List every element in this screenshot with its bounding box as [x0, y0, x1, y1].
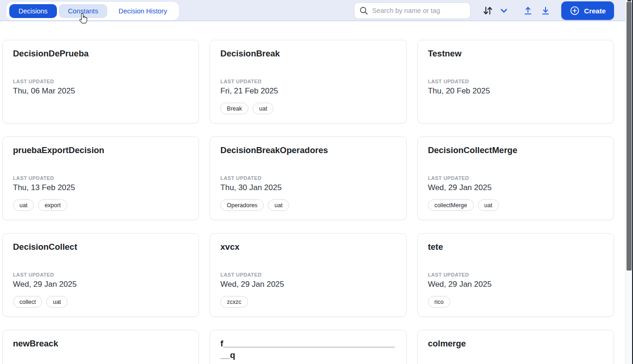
tag-pill[interactable]: uat [13, 199, 34, 211]
card-title: xvcx [220, 241, 396, 253]
chevron-down-icon [498, 5, 509, 16]
last-updated-label: LAST UPDATED [220, 272, 396, 278]
card-meta: LAST UPDATED Wed, 29 Jan 2025 [428, 272, 603, 289]
import-button[interactable] [522, 2, 534, 19]
decision-card[interactable]: DecisionBreak LAST UPDATED Fri, 21 Feb 2… [210, 40, 406, 123]
card-title: tete [428, 241, 603, 253]
card-meta: LAST UPDATED Thu, 13 Feb 2025 [13, 175, 188, 192]
card-meta: LAST UPDATED Wed, 29 Jan 2025 [13, 272, 188, 289]
decision-card-grid: DecisionDePrueba LAST UPDATED Thu, 06 Ma… [2, 40, 614, 364]
card-title: Testnew [428, 48, 603, 59]
card-tags: collectuat [13, 296, 188, 308]
card-date: Wed, 29 Jan 2025 [13, 280, 188, 289]
decision-card[interactable]: tete LAST UPDATED Wed, 29 Jan 2025 rico [417, 233, 614, 317]
tag-pill[interactable]: uat [268, 199, 289, 211]
card-title: colmerge [428, 338, 603, 349]
tab-decisions[interactable]: Decisions [9, 4, 57, 18]
search-box[interactable] [354, 2, 471, 19]
card-meta: LAST UPDATED Thu, 30 Jan 2025 [220, 175, 396, 192]
last-updated-label: LAST UPDATED [220, 79, 396, 85]
decision-card[interactable]: pruebaExportDecision LAST UPDATED Thu, 1… [2, 136, 199, 220]
card-title: DecisionBreak [220, 48, 396, 59]
last-updated-label: LAST UPDATED [428, 272, 603, 278]
card-date: Wed, 29 Jan 2025 [428, 183, 603, 192]
decision-card[interactable]: xvcx LAST UPDATED Wed, 29 Jan 2025 zcxzc [210, 233, 406, 317]
vertical-scrollbar[interactable] [625, 0, 632, 364]
tab-decision-history[interactable]: Decision History [109, 4, 176, 18]
sort-arrows-icon [482, 5, 494, 17]
last-updated-label: LAST UPDATED [13, 79, 188, 85]
card-date: Wed, 29 Jan 2025 [220, 280, 396, 289]
tab-constants[interactable]: Constants [59, 4, 107, 18]
tab-group: Decisions Constants Decision History [6, 2, 179, 20]
tag-pill[interactable]: zcxzc [220, 296, 248, 308]
card-title: DecisionCollect [13, 241, 188, 253]
card-meta: LAST UPDATED Thu, 20 Feb 2025 [428, 79, 603, 96]
card-tags: Breakuat [220, 103, 396, 114]
last-updated-label: LAST UPDATED [13, 272, 188, 278]
tag-pill[interactable]: collect [13, 296, 42, 308]
decision-card[interactable]: DecisionCollectMerge LAST UPDATED Wed, 2… [417, 136, 614, 220]
card-title: pruebaExportDecision [13, 144, 188, 156]
card-meta: LAST UPDATED Fri, 21 Feb 2025 [220, 79, 396, 96]
last-updated-label: LAST UPDATED [220, 175, 396, 181]
create-button-label: Create [584, 7, 606, 15]
decision-card[interactable]: DecisionDePrueba LAST UPDATED Thu, 06 Ma… [2, 40, 199, 123]
tag-pill[interactable]: export [38, 199, 67, 211]
download-icon [540, 5, 551, 16]
decision-card[interactable]: DecisionCollect LAST UPDATED Wed, 29 Jan… [2, 233, 199, 317]
search-input[interactable] [372, 7, 465, 14]
header-actions: Create [354, 0, 614, 21]
card-meta: LAST UPDATED Thu, 06 Mar 2025 [13, 79, 188, 96]
card-title: DecisionBreakOperadores [220, 144, 396, 156]
top-bar: Decisions Constants Decision History [0, 0, 633, 21]
card-tags: zcxzc [220, 296, 396, 308]
decision-card[interactable]: f______________________________________q [210, 330, 406, 364]
card-title: newBreack [13, 338, 188, 349]
last-updated-label: LAST UPDATED [428, 79, 603, 85]
card-date: Thu, 30 Jan 2025 [220, 183, 396, 192]
decision-card[interactable]: colmerge [417, 330, 614, 364]
card-date: Thu, 13 Feb 2025 [13, 183, 188, 192]
last-updated-label: LAST UPDATED [13, 175, 188, 181]
search-icon [359, 6, 368, 15]
card-tags: Operadoresuat [220, 199, 396, 211]
card-title: f______________________________________q [220, 338, 396, 361]
card-date: Wed, 29 Jan 2025 [428, 280, 603, 289]
sort-direction-button[interactable] [498, 2, 509, 19]
tag-pill[interactable]: rico [428, 296, 450, 308]
card-title: DecisionCollectMerge [428, 144, 603, 156]
card-tags: collectMergeuat [428, 199, 603, 211]
card-meta: LAST UPDATED Wed, 29 Jan 2025 [428, 175, 603, 192]
tag-pill[interactable]: collectMerge [428, 199, 474, 211]
card-title: DecisionDePrueba [13, 48, 188, 59]
decision-card[interactable]: newBreack [2, 330, 199, 364]
tag-pill[interactable]: uat [478, 199, 499, 211]
sort-button[interactable] [482, 2, 494, 19]
card-meta: LAST UPDATED Wed, 29 Jan 2025 [220, 272, 396, 289]
card-tags: uatexport [13, 199, 188, 211]
plus-circle-icon [570, 6, 580, 16]
last-updated-label: LAST UPDATED [428, 175, 603, 181]
tag-pill[interactable]: uat [46, 296, 67, 308]
scrollbar-top-nub [627, 0, 631, 1]
export-button[interactable] [540, 2, 551, 19]
card-date: Thu, 06 Mar 2025 [13, 86, 188, 96]
create-button[interactable]: Create [561, 1, 614, 20]
tag-pill[interactable]: Operadores [220, 199, 264, 211]
upload-icon [522, 5, 534, 16]
card-date: Thu, 20 Feb 2025 [428, 86, 603, 96]
decision-card[interactable]: Testnew LAST UPDATED Thu, 20 Feb 2025 [417, 40, 614, 123]
scrollbar-thumb[interactable] [627, 2, 632, 271]
tag-pill[interactable]: Break [220, 103, 248, 114]
tag-pill[interactable]: uat [253, 103, 273, 114]
card-date: Fri, 21 Feb 2025 [220, 86, 396, 96]
decision-card[interactable]: DecisionBreakOperadores LAST UPDATED Thu… [210, 136, 406, 220]
card-tags: rico [428, 296, 603, 308]
